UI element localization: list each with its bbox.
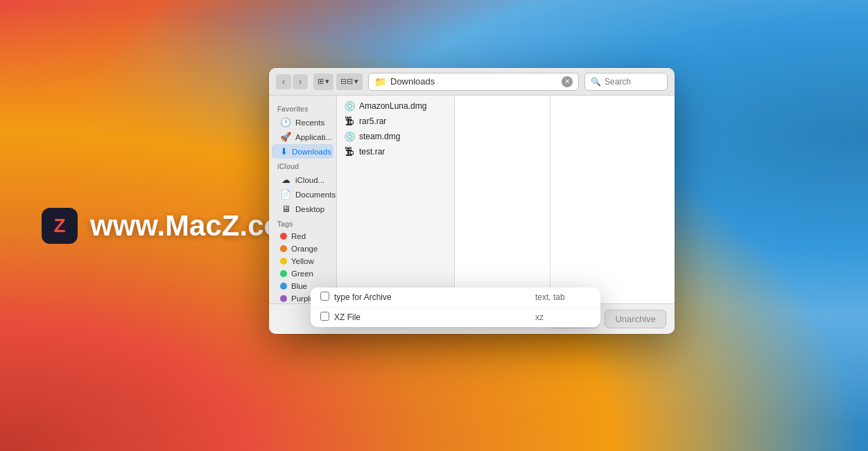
sidebar-item-recents-label: Recents (295, 118, 324, 127)
row-name-1: type for Archive (334, 292, 535, 302)
search-bar: 🔍 (584, 73, 668, 91)
search-input[interactable] (605, 77, 660, 87)
forward-button[interactable]: › (293, 74, 308, 89)
sidebar-item-downloads[interactable]: ⬇ Downloads (272, 144, 333, 159)
applications-icon: 🚀 (280, 132, 291, 142)
location-text: Downloads (390, 76, 557, 87)
sidebar-item-applications[interactable]: 🚀 Applicati... (272, 130, 333, 144)
row-type-2: xz (535, 312, 591, 322)
preview-column (455, 96, 550, 303)
sidebar-item-tag-yellow[interactable]: Yellow (272, 255, 333, 267)
finder-sidebar: Favorites 🕐 Recents 🚀 Applicati... ⬇ Dow… (269, 96, 337, 303)
file-name-amazonluna: AmazonLuna.dmg (359, 101, 426, 111)
tag-orange-dot (280, 245, 287, 252)
file-item-testrar[interactable]: 🗜 test.rar (337, 144, 454, 159)
search-icon: 🔍 (591, 77, 601, 87)
row-name-2: XZ File (334, 312, 535, 322)
finder-content: Favorites 🕐 Recents 🚀 Applicati... ⬇ Dow… (269, 96, 675, 303)
file-name-steam: steam.dmg (359, 132, 400, 141)
row-checkbox-1[interactable] (320, 292, 334, 303)
location-bar[interactable]: 📁 Downloads ✕ (368, 73, 579, 91)
unarchive-button[interactable]: Unarchive (605, 310, 666, 328)
sidebar-item-tag-orange[interactable]: Orange (272, 242, 333, 255)
steam-icon: 💿 (344, 131, 355, 142)
documents-icon: 📄 (280, 189, 291, 200)
desktop-icon: 🖥 (280, 204, 291, 214)
view-icon-button[interactable]: ⊟⊟ ▾ (336, 73, 363, 90)
finder-toolbar: ‹ › ⊞ ▾ ⊟⊟ ▾ 📁 Downloads ✕ 🔍 (269, 68, 675, 96)
checkbox-2[interactable] (320, 312, 329, 321)
rar5-icon: 🗜 (344, 116, 355, 127)
tag-purple-dot (280, 295, 287, 302)
location-clear-button[interactable]: ✕ (562, 76, 573, 87)
row-type-1: text, tab (535, 292, 591, 302)
back-button[interactable]: ‹ (276, 74, 291, 89)
downloads-icon: ⬇ (280, 146, 288, 157)
table-row[interactable]: type for Archive text, tab (311, 288, 600, 308)
amazonluna-icon: 💿 (344, 100, 355, 112)
view-list-icon: ⊞ (318, 77, 324, 86)
file-name-testrar: test.rar (359, 147, 385, 157)
icloud-label: iCloud (269, 159, 336, 173)
sidebar-item-recents[interactable]: 🕐 Recents (272, 115, 333, 130)
view-dropdown-arrow: ▾ (325, 77, 329, 86)
sidebar-item-desktop[interactable]: 🖥 Desktop (272, 202, 333, 216)
sidebar-item-downloads-label: Downloads (292, 148, 331, 156)
file-item-rar5[interactable]: 🗜 rar5.rar (337, 114, 454, 129)
sidebar-item-documents-label: Documents (295, 191, 336, 199)
file-item-amazonluna[interactable]: 💿 AmazonLuna.dmg (337, 98, 454, 114)
panel-content: type for Archive text, tab XZ File xz (311, 288, 600, 327)
tag-yellow-label: Yellow (291, 257, 314, 265)
view-controls: ⊞ ▾ ⊟⊟ ▾ (313, 73, 363, 90)
sidebar-item-tag-green[interactable]: Green (272, 267, 333, 280)
file-list-area: 💿 AmazonLuna.dmg 🗜 rar5.rar 💿 steam.dmg … (337, 96, 675, 303)
watermark-logo: Z (42, 208, 78, 244)
tags-label: Tags (269, 216, 336, 230)
testrar-icon: 🗜 (344, 146, 355, 157)
sidebar-item-icloud-label: iCloud... (295, 176, 324, 184)
sidebar-item-documents[interactable]: 📄 Documents (272, 187, 333, 202)
file-name-rar5: rar5.rar (359, 116, 386, 126)
sidebar-item-icloud[interactable]: ☁ iCloud... (272, 173, 333, 187)
third-column (550, 96, 675, 303)
view-icon-icon: ⊟⊟ (340, 77, 353, 86)
view-list-button[interactable]: ⊞ ▾ (313, 73, 333, 90)
icloud-icon: ☁ (280, 175, 291, 185)
tag-orange-label: Orange (291, 245, 318, 253)
sidebar-item-tag-red[interactable]: Red (272, 230, 333, 242)
tag-red-label: Red (291, 232, 306, 240)
checkbox-1[interactable] (320, 292, 329, 301)
recents-icon: 🕐 (280, 117, 291, 127)
tag-green-label: Green (291, 269, 313, 278)
sidebar-item-desktop-label: Desktop (295, 205, 324, 213)
tag-red-dot (280, 233, 287, 240)
tag-yellow-dot (280, 258, 287, 265)
panel-table: type for Archive text, tab XZ File xz (311, 288, 600, 327)
tag-blue-label: Blue (291, 282, 307, 290)
second-panel: type for Archive text, tab XZ File xz (311, 288, 600, 327)
downloads-folder-icon: 📁 (374, 76, 386, 87)
tag-green-dot (280, 270, 287, 277)
watermark: Z www.MacZ.com (42, 208, 308, 244)
row-checkbox-2[interactable] (320, 312, 334, 323)
nav-buttons: ‹ › (276, 74, 308, 89)
file-column: 💿 AmazonLuna.dmg 🗜 rar5.rar 💿 steam.dmg … (337, 96, 455, 303)
favorites-label: Favorites (269, 101, 336, 115)
file-item-steam[interactable]: 💿 steam.dmg (337, 129, 454, 144)
sidebar-item-applications-label: Applicati... (295, 133, 332, 141)
table-row[interactable]: XZ File xz (311, 308, 600, 327)
tag-blue-dot (280, 283, 287, 290)
view-icon-dropdown: ▾ (354, 77, 358, 86)
